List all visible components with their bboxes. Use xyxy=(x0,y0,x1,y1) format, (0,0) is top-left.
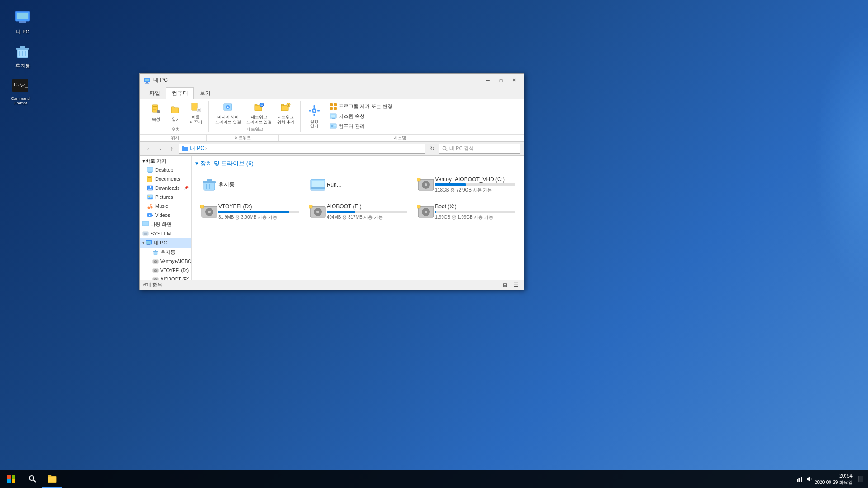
my-pc-nav-icon xyxy=(146,239,152,246)
search-placeholder: 내 PC 검색 xyxy=(449,145,474,152)
back-button[interactable]: ‹ xyxy=(143,144,153,154)
file-explorer-taskbar-button[interactable] xyxy=(42,470,62,488)
address-path[interactable]: 내 PC › xyxy=(179,144,425,154)
nav-item-pictures[interactable]: Pictures xyxy=(140,192,191,202)
tab-file[interactable]: 파일 xyxy=(143,87,166,99)
content-drive-d[interactable]: VTOYEFI (D:) 31.9MB 중 3.90MB 사용 가능 xyxy=(197,200,302,224)
drive-e-progress-bar xyxy=(327,211,407,213)
clock-time: 20:54 xyxy=(815,472,853,480)
search-box[interactable]: 내 PC 검색 xyxy=(439,144,520,154)
net-connect-label: 네트워크드라이브 연결 xyxy=(246,115,272,125)
videos-icon xyxy=(147,212,153,218)
svg-rect-89 xyxy=(155,250,156,251)
svg-rect-86 xyxy=(147,244,150,245)
sys-properties-label: 시스템 속성 xyxy=(339,113,365,120)
drive-d-progress-bar xyxy=(218,211,299,213)
content-recycle-bin[interactable]: 휴지통 xyxy=(197,173,302,197)
open-button[interactable]: 열기 xyxy=(167,103,185,123)
properties-label: 속성 xyxy=(152,117,160,122)
net-location-button[interactable]: + 네트워크위치 추가 xyxy=(275,101,297,126)
uninstall-button[interactable]: 프로그램 제거 또는 변경 xyxy=(327,102,395,111)
svg-point-92 xyxy=(155,261,156,262)
desktop: 내 PC 휴지통 C:\>_ Command Prompt xyxy=(0,0,868,488)
desktop-icon-cmd[interactable]: C:\>_ Command Prompt xyxy=(5,75,36,107)
tab-view[interactable]: 보기 xyxy=(194,87,217,99)
content-drive-c[interactable]: Ventoy+AIOBOOT_VHD (C:) 118GB 중 72.9GB 사… xyxy=(414,173,519,197)
recycle-nav-icon xyxy=(152,249,159,255)
drive-e-name: AIOBOOT (E:) xyxy=(327,203,407,210)
svg-rect-144 xyxy=(801,477,802,482)
svg-rect-63 xyxy=(148,177,151,178)
svg-rect-143 xyxy=(799,478,800,482)
nav-item-videos[interactable]: Videos xyxy=(140,211,191,220)
svg-line-139 xyxy=(33,480,36,482)
maximize-button[interactable]: □ xyxy=(495,76,507,85)
desktop-icon-my-pc[interactable]: 내 PC xyxy=(7,7,38,37)
search-taskbar-button[interactable] xyxy=(23,470,42,488)
start-button[interactable] xyxy=(0,470,23,488)
svg-rect-23 xyxy=(171,107,174,108)
nav-item-downloads[interactable]: Downloads 📌 xyxy=(140,183,191,192)
forward-button[interactable]: › xyxy=(155,144,165,154)
svg-rect-56 xyxy=(182,146,184,147)
cmd-label: Command Prompt xyxy=(6,96,34,105)
drive-c-size: 118GB 중 72.9GB 사용 가능 xyxy=(435,187,515,193)
svg-rect-46 xyxy=(330,107,333,110)
up-button[interactable]: ↑ xyxy=(167,144,177,154)
recycle-bin-label: 휴지통 xyxy=(15,62,30,69)
taskbar-clock[interactable]: 20:54 2020-09-29 화요일 xyxy=(815,472,853,486)
location-group-label: 위치 xyxy=(172,127,180,132)
desktop-icon-recycle-bin[interactable]: 휴지통 xyxy=(7,41,38,71)
content-drive-e[interactable]: AIOBOOT (E:) 494MB 중 317MB 사용 가능 xyxy=(306,200,410,224)
svg-point-132 xyxy=(425,211,427,213)
tab-computer[interactable]: 컴퓨터 xyxy=(166,87,194,99)
minimize-button[interactable]: ─ xyxy=(481,76,494,85)
svg-rect-42 xyxy=(309,110,311,111)
settings-button[interactable]: 설정열기 xyxy=(305,103,323,130)
nav-item-music[interactable]: Music xyxy=(140,202,191,211)
refresh-button[interactable]: ↻ xyxy=(427,144,437,154)
nav-downloads-label: Downloads xyxy=(155,185,179,191)
rename-button[interactable]: ✏ 이름바꾸기 xyxy=(187,101,205,126)
svg-marker-78 xyxy=(152,214,153,216)
svg-rect-69 xyxy=(148,189,152,189)
drive-x-name: Boot (X:) xyxy=(435,203,515,210)
music-icon xyxy=(147,203,153,209)
properties-button[interactable]: i 속성 xyxy=(147,103,165,123)
pc-manage-button[interactable]: 컴퓨터 관리 xyxy=(327,122,395,131)
nav-item-desktop[interactable]: Desktop xyxy=(140,165,191,174)
nav-item-recycle[interactable]: 휴지통 xyxy=(140,248,191,257)
sys-properties-button[interactable]: 시스템 속성 xyxy=(327,112,395,121)
content-run[interactable]: Run... xyxy=(306,173,410,197)
svg-marker-145 xyxy=(807,476,810,482)
settings-btn-container: 설정열기 xyxy=(305,101,323,132)
svg-rect-80 xyxy=(142,221,149,226)
quick-access-header[interactable]: ▾ 바로 가기 xyxy=(140,156,191,165)
media-server-button[interactable]: 미디어 서버드라이브 연결 xyxy=(213,101,243,126)
svg-rect-76 xyxy=(150,204,152,205)
nav-item-vtoyefi[interactable]: VTOYEFI (D:) xyxy=(140,266,191,275)
drive-c-icon xyxy=(417,178,435,192)
nav-recycle-label: 휴지통 xyxy=(160,249,175,256)
drive-e-fill xyxy=(327,211,355,213)
nav-item-aioboot[interactable]: AIOBOOT (E:) xyxy=(140,275,191,280)
settings-label: 설정열기 xyxy=(310,119,318,129)
nav-item-system[interactable]: SYSTEM xyxy=(140,229,191,238)
nav-documents-label: Documents xyxy=(155,176,180,182)
taskbar: 20:54 2020-09-29 화요일 xyxy=(0,470,868,488)
system-icon xyxy=(142,230,149,237)
ribbon-content: i 속성 열기 xyxy=(140,99,524,134)
address-path-text: 내 PC xyxy=(190,145,204,152)
close-button[interactable]: ✕ xyxy=(508,76,520,85)
nav-item-documents[interactable]: Documents xyxy=(140,174,191,183)
net-connect-button[interactable]: ↔ 네트워크드라이브 연결 xyxy=(245,101,274,126)
drive-d-info: VTOYEFI (D:) 31.9MB 중 3.90MB 사용 가능 xyxy=(218,203,299,221)
svg-rect-47 xyxy=(334,107,337,110)
content-drive-x[interactable]: Boot (X:) 1.99GB 중 1.99GB 사용 가능 xyxy=(414,200,519,224)
svg-rect-61 xyxy=(148,172,152,173)
nav-item-my-pc[interactable]: ▾ 내 PC xyxy=(140,238,191,248)
volume-tray-icon xyxy=(807,476,813,482)
drive-e-icon xyxy=(309,205,327,219)
nav-item-desktop-root[interactable]: 바탕 화면 xyxy=(140,220,191,229)
nav-item-ventoy[interactable]: Ventoy+AIOBC... xyxy=(140,257,191,266)
